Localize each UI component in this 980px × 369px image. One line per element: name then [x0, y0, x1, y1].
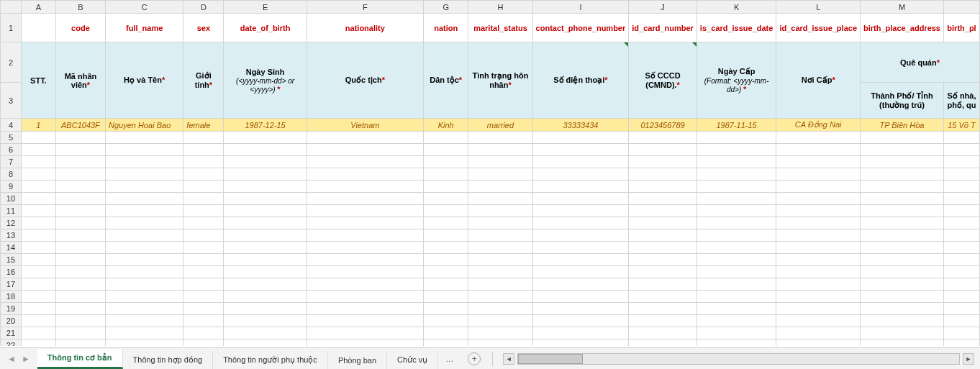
- cell-empty[interactable]: [861, 278, 944, 291]
- cell-empty[interactable]: [532, 132, 629, 144]
- cell-empty[interactable]: [629, 193, 697, 205]
- cell-empty[interactable]: [697, 205, 776, 217]
- cell-empty[interactable]: [423, 254, 468, 266]
- cell-empty[interactable]: [307, 278, 423, 291]
- cell-empty[interactable]: [532, 327, 629, 340]
- cell-empty[interactable]: [468, 193, 532, 205]
- cell-empty[interactable]: [776, 205, 861, 217]
- row-header-18[interactable]: 18: [1, 291, 22, 303]
- cell-empty[interactable]: [21, 315, 55, 327]
- row-header-12[interactable]: 12: [1, 217, 22, 229]
- col-header-K[interactable]: K: [697, 1, 776, 14]
- cell-N1[interactable]: birth_pl: [944, 14, 980, 42]
- cell-empty[interactable]: [629, 327, 697, 340]
- cell-empty[interactable]: [183, 168, 224, 181]
- cell-empty[interactable]: [776, 266, 861, 278]
- cell-empty[interactable]: [468, 205, 532, 217]
- cell-empty[interactable]: [21, 193, 55, 205]
- row-header-7[interactable]: 7: [1, 156, 22, 168]
- cell-empty[interactable]: [776, 168, 861, 181]
- cell-empty[interactable]: [861, 291, 944, 303]
- cell-empty[interactable]: [183, 229, 224, 242]
- cell-empty[interactable]: [532, 217, 629, 229]
- row-header-11[interactable]: 11: [1, 205, 22, 217]
- cell-K4[interactable]: 1987-11-15: [697, 119, 776, 132]
- cell-empty[interactable]: [532, 205, 629, 217]
- cell-empty[interactable]: [106, 303, 183, 315]
- cell-B2[interactable]: Mã nhân viên*: [55, 42, 105, 119]
- cell-empty[interactable]: [224, 181, 307, 193]
- cell-empty[interactable]: [468, 168, 532, 181]
- cell-I1[interactable]: contact_phone_number: [532, 14, 629, 42]
- cell-empty[interactable]: [776, 229, 861, 242]
- cell-empty[interactable]: [697, 229, 776, 242]
- cell-empty[interactable]: [629, 181, 697, 193]
- cell-empty[interactable]: [468, 340, 532, 347]
- cell-empty[interactable]: [183, 315, 224, 327]
- cell-empty[interactable]: [224, 327, 307, 340]
- row-header-6[interactable]: 6: [1, 144, 22, 156]
- cell-empty[interactable]: [55, 229, 105, 242]
- cell-empty[interactable]: [21, 144, 55, 156]
- cell-empty[interactable]: [629, 315, 697, 327]
- cell-empty[interactable]: [55, 193, 105, 205]
- cell-empty[interactable]: [307, 156, 423, 168]
- cell-empty[interactable]: [21, 205, 55, 217]
- sheet-tab-2[interactable]: Thông tin người phụ thuộc: [213, 351, 328, 369]
- cell-empty[interactable]: [697, 144, 776, 156]
- cell-K2[interactable]: Ngày Cấp(Format: <yyyy-mm-dd>) *: [697, 42, 776, 119]
- cell-B4[interactable]: ABC1043F: [55, 119, 105, 132]
- cell-empty[interactable]: [423, 303, 468, 315]
- cell-empty[interactable]: [183, 156, 224, 168]
- cell-empty[interactable]: [697, 327, 776, 340]
- cell-empty[interactable]: [944, 193, 980, 205]
- cell-H4[interactable]: married: [468, 119, 532, 132]
- cell-empty[interactable]: [697, 340, 776, 347]
- cell-empty[interactable]: [629, 340, 697, 347]
- cell-D2[interactable]: Giới tính*: [183, 42, 224, 119]
- cell-empty[interactable]: [55, 144, 105, 156]
- sheet-tab-3[interactable]: Phòng ban: [328, 352, 387, 369]
- cell-empty[interactable]: [55, 327, 105, 340]
- cell-empty[interactable]: [307, 254, 423, 266]
- cell-empty[interactable]: [423, 327, 468, 340]
- cell-empty[interactable]: [697, 132, 776, 144]
- cell-empty[interactable]: [106, 181, 183, 193]
- cell-empty[interactable]: [183, 291, 224, 303]
- cell-empty[interactable]: [106, 156, 183, 168]
- cell-empty[interactable]: [307, 193, 423, 205]
- cell-empty[interactable]: [423, 132, 468, 144]
- cell-empty[interactable]: [468, 291, 532, 303]
- cell-empty[interactable]: [861, 181, 944, 193]
- cell-empty[interactable]: [629, 254, 697, 266]
- col-header-E[interactable]: E: [224, 1, 307, 14]
- col-header-D[interactable]: D: [183, 1, 224, 14]
- cell-empty[interactable]: [307, 217, 423, 229]
- cell-N3[interactable]: Số nhà, phố, qu: [944, 83, 980, 119]
- cell-E2[interactable]: Ngày Sinh(<yyyy-mm-dd> or <yyyy>) *: [224, 42, 307, 119]
- cell-empty[interactable]: [861, 266, 944, 278]
- cell-empty[interactable]: [423, 217, 468, 229]
- cell-empty[interactable]: [697, 217, 776, 229]
- row-header-22[interactable]: 22: [1, 340, 22, 347]
- cell-empty[interactable]: [21, 303, 55, 315]
- cell-empty[interactable]: [468, 156, 532, 168]
- cell-empty[interactable]: [776, 181, 861, 193]
- sheet-tab-active[interactable]: Thông tin cơ bản: [37, 349, 123, 369]
- cell-empty[interactable]: [224, 266, 307, 278]
- cell-empty[interactable]: [776, 144, 861, 156]
- cell-empty[interactable]: [106, 205, 183, 217]
- cell-empty[interactable]: [106, 193, 183, 205]
- col-header-A[interactable]: A: [21, 1, 55, 14]
- row-header-4[interactable]: 4: [1, 119, 22, 132]
- cell-empty[interactable]: [776, 327, 861, 340]
- cell-empty[interactable]: [532, 291, 629, 303]
- cell-empty[interactable]: [944, 181, 980, 193]
- cell-M4[interactable]: TP Biên Hòa: [861, 119, 944, 132]
- cell-J4[interactable]: 0123456789: [629, 119, 697, 132]
- cell-L1[interactable]: id_card_issue_place: [776, 14, 861, 42]
- cell-empty[interactable]: [532, 144, 629, 156]
- cell-empty[interactable]: [468, 242, 532, 254]
- cell-empty[interactable]: [697, 291, 776, 303]
- cell-empty[interactable]: [944, 144, 980, 156]
